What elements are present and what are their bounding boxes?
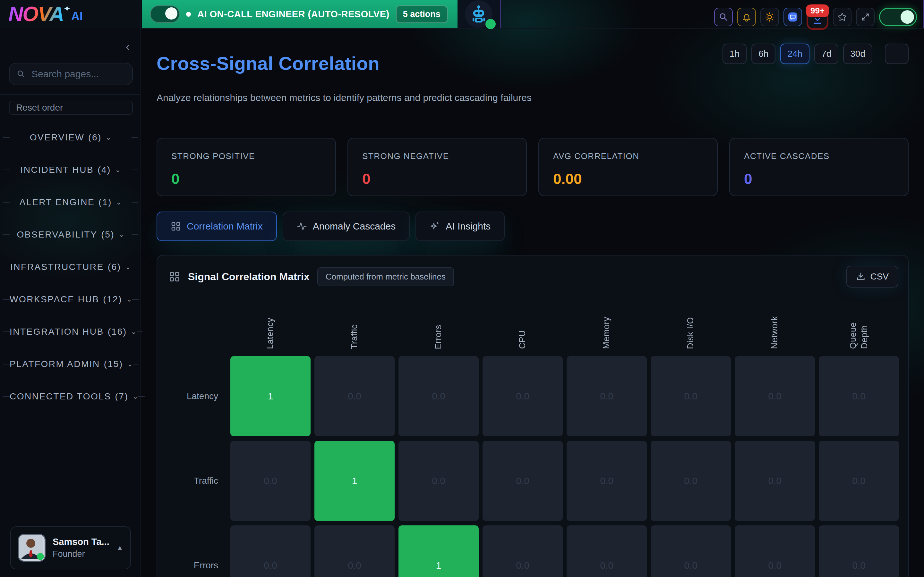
matrix-cell[interactable]: 0.0 xyxy=(483,525,563,577)
grid-icon xyxy=(171,221,181,231)
sidebar-item-observability[interactable]: OBSERVABILITY(5)⌄ xyxy=(0,218,141,251)
chevron-down-icon: ⌄ xyxy=(105,133,111,142)
sidebar-item-workspace-hub[interactable]: WORKSPACE HUB(12)⌄ xyxy=(0,283,141,316)
cross-signal-correlation-page: { "brand": { "name": "NOVA", "suffix": "… xyxy=(0,0,924,577)
matrix-cell[interactable]: 1 xyxy=(399,525,479,577)
matrix-cell[interactable]: 0.0 xyxy=(314,525,395,577)
chat-button[interactable] xyxy=(783,8,802,26)
matrix-col-queue-depth: Queue Depth xyxy=(819,289,899,351)
sidebar-item-incident-hub[interactable]: INCIDENT HUB(4)⌄ xyxy=(0,153,141,186)
sidebar-item-integration-hub[interactable]: INTEGRATION HUB(16)⌄ xyxy=(0,316,141,348)
user-name: Samson Ta... xyxy=(53,537,110,547)
matrix-cell[interactable]: 0.0 xyxy=(399,356,479,436)
status-dot-icon xyxy=(186,12,191,17)
app-logo[interactable]: NOVA ✦ AI xyxy=(0,0,141,28)
sidebar-item-platform-admin[interactable]: PLATFORM ADMIN(15)⌄ xyxy=(0,348,141,380)
global-search-button[interactable] xyxy=(714,8,733,26)
chevron-down-icon: ⌄ xyxy=(131,327,136,336)
panel-title: Signal Correlation Matrix xyxy=(188,271,310,283)
matrix-cell[interactable]: 0.0 xyxy=(735,356,815,436)
matrix-cell[interactable]: 0.0 xyxy=(483,441,563,521)
chevron-down-icon: ⌄ xyxy=(115,166,121,174)
matrix-cell[interactable]: 0.0 xyxy=(567,441,647,521)
matrix-cell[interactable]: 0.0 xyxy=(483,356,563,436)
user-profile-card[interactable]: Samson Ta... Founder ▲ xyxy=(10,526,131,569)
matrix-cell[interactable]: 0.0 xyxy=(651,441,731,521)
chat-bubble-icon xyxy=(787,11,798,23)
master-toggle[interactable] xyxy=(879,8,917,26)
matrix-cell[interactable]: 0.0 xyxy=(819,441,899,521)
matrix-cell[interactable]: 0.0 xyxy=(651,525,731,577)
time-range-7d[interactable]: 7d xyxy=(814,44,838,64)
matrix-cell[interactable]: 0.0 xyxy=(567,356,647,436)
page-subtitle: Analyze relationships between metrics to… xyxy=(157,92,531,103)
oncall-toggle[interactable] xyxy=(150,5,180,23)
tab-ai-insights[interactable]: AI Insights xyxy=(415,211,505,241)
chevron-down-icon: ⌄ xyxy=(125,263,131,271)
sidebar-item-overview[interactable]: OVERVIEW(6)⌄ xyxy=(0,121,141,153)
theme-toggle-button[interactable] xyxy=(760,8,779,26)
sidebar-item-infrastructure[interactable]: INFRASTRUCTURE(6)⌄ xyxy=(0,251,141,283)
tab-correlation-matrix[interactable]: Correlation Matrix xyxy=(157,211,277,241)
matrix-cell[interactable]: 0.0 xyxy=(399,441,479,521)
view-tabs: Correlation Matrix Anomaly Cascades AI I… xyxy=(157,211,505,241)
panel-header: Signal Correlation Matrix Computed from … xyxy=(169,266,898,287)
time-range-1h[interactable]: 1h xyxy=(722,44,746,64)
sun-icon xyxy=(765,12,774,22)
sidebar-divider xyxy=(0,94,141,95)
online-dot xyxy=(37,553,44,560)
matrix-cell[interactable]: 0.0 xyxy=(230,441,310,521)
matrix-cell[interactable]: 0.0 xyxy=(567,525,647,577)
stat-strong-positive: STRONG POSITIVE 0 xyxy=(157,138,336,196)
sidebar-nav: OVERVIEW(6)⌄ INCIDENT HUB(4)⌄ ALERT ENGI… xyxy=(0,121,141,413)
logo-wordmark: NOVA xyxy=(8,2,63,26)
sidebar-collapse-button[interactable]: ‹ xyxy=(126,41,129,53)
time-range-6h[interactable]: 6h xyxy=(751,44,775,64)
ai-assistant-button[interactable] xyxy=(457,0,501,28)
sidebar-item-alert-engine[interactable]: ALERT ENGINE(1)⌄ xyxy=(0,186,141,218)
matrix-corner xyxy=(169,289,226,351)
stat-value: 0 xyxy=(744,170,894,187)
matrix-cell[interactable]: 0.0 xyxy=(314,356,395,436)
matrix-cell[interactable]: 1 xyxy=(230,356,310,436)
chevron-down-icon: ⌄ xyxy=(126,295,132,303)
stat-active-cascades: ACTIVE CASCADES 0 xyxy=(729,138,909,196)
avatar xyxy=(18,534,45,562)
matrix-col-traffic: Traffic xyxy=(314,289,395,351)
search-icon xyxy=(17,69,26,79)
user-role: Founder xyxy=(53,549,110,559)
matrix-cell[interactable]: 0.0 xyxy=(819,525,899,577)
bell-icon xyxy=(742,12,751,22)
tab-anomaly-cascades[interactable]: Anomaly Cascades xyxy=(283,211,410,241)
search-input[interactable] xyxy=(31,68,125,80)
matrix-cell[interactable]: 0.0 xyxy=(735,441,815,521)
matrix-cell[interactable]: 0.0 xyxy=(651,356,731,436)
alerts-button[interactable] xyxy=(737,8,756,26)
matrix-cell[interactable]: 0.0 xyxy=(735,525,815,577)
fullscreen-button[interactable] xyxy=(856,8,875,26)
time-range-extra-button[interactable] xyxy=(885,44,909,64)
sidebar-item-connected-tools[interactable]: CONNECTED TOOLS(7)⌄ xyxy=(0,380,141,413)
notifications-button[interactable]: 99+ xyxy=(806,4,829,30)
export-csv-button[interactable]: CSV xyxy=(846,266,898,287)
matrix-row-label-latency: Latency xyxy=(169,356,226,436)
matrix-row-label-traffic: Traffic xyxy=(169,441,226,521)
chevron-down-icon: ⌄ xyxy=(118,230,124,239)
time-range-30d[interactable]: 30d xyxy=(843,44,872,64)
time-range-24h[interactable]: 24h xyxy=(780,44,809,64)
stat-strong-negative: STRONG NEGATIVE 0 xyxy=(347,138,527,196)
stat-value: 0.00 xyxy=(553,170,703,187)
robot-online-dot xyxy=(485,19,496,29)
matrix-cell[interactable]: 0.0 xyxy=(230,525,310,577)
matrix-cell[interactable]: 1 xyxy=(314,441,395,521)
toggle-knob xyxy=(901,10,914,24)
toggle-knob xyxy=(165,7,178,19)
favorite-button[interactable] xyxy=(833,8,851,26)
oncall-banner: AI ON-CALL ENGINEER (AUTO-RESOLVE) 5 act… xyxy=(142,0,457,28)
matrix-cell[interactable]: 0.0 xyxy=(819,356,899,436)
oncall-actions-badge[interactable]: 5 actions xyxy=(396,5,447,23)
logo-suffix: AI xyxy=(71,10,83,23)
robot-icon xyxy=(465,0,493,28)
header-icon-row: 99+ xyxy=(714,4,917,30)
reset-order-button[interactable]: Reset order xyxy=(9,101,133,115)
